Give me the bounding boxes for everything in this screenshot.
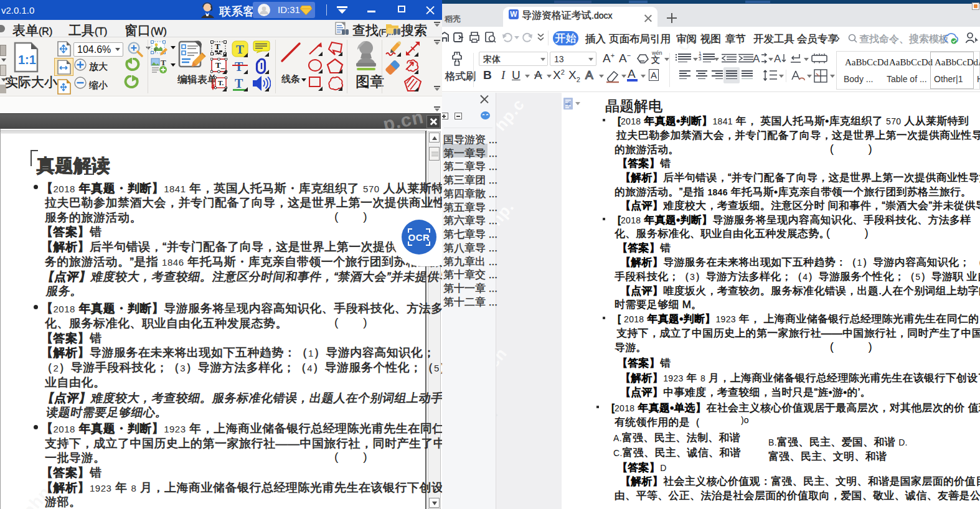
svg-text:1:1: 1:1 — [18, 53, 36, 67]
svg-text:T: T — [235, 60, 243, 73]
svg-text:T.: T. — [218, 79, 224, 86]
svg-text:T: T — [235, 77, 243, 90]
svg-text:T: T — [154, 47, 158, 54]
svg-text:A: A — [774, 53, 781, 65]
svg-text:T: T — [215, 42, 220, 51]
svg-text:T_: T_ — [215, 60, 225, 70]
svg-text:T: T — [161, 58, 166, 67]
svg-text:A: A — [753, 53, 760, 65]
